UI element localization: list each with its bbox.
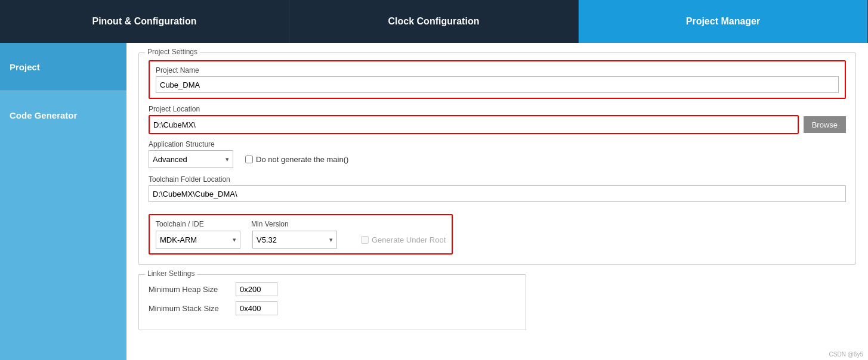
tab-clock[interactable]: Clock Configuration	[289, 0, 579, 43]
project-location-row: Project Location Browse	[149, 105, 846, 134]
app-struct-controls: Advanced Basic Do not generate the main(…	[149, 150, 846, 168]
min-heap-input[interactable]	[236, 282, 277, 296]
do-not-generate-checkbox[interactable]	[245, 156, 253, 163]
app-structure-label: Application Structure	[149, 140, 846, 148]
browse-button[interactable]: Browse	[804, 116, 846, 133]
generate-under-root-checkbox	[361, 236, 369, 244]
linker-settings-legend: Linker Settings	[145, 269, 197, 278]
tab-pinout[interactable]: Pinout & Configuration	[0, 0, 289, 43]
min-version-label: Min Version	[251, 220, 289, 228]
sidebar: Project Code Generator	[0, 43, 126, 360]
project-location-label: Project Location	[149, 105, 846, 113]
location-input-wrap	[149, 115, 799, 134]
location-row: Browse	[149, 115, 846, 134]
min-heap-row: Minimum Heap Size	[149, 282, 516, 296]
project-name-label: Project Name	[156, 66, 839, 75]
project-settings-legend: Project Settings	[145, 48, 200, 56]
min-stack-label: Minimum Stack Size	[149, 304, 226, 313]
app-structure-select-container: Advanced Basic	[149, 150, 233, 168]
generate-under-root-label: Generate Under Root	[361, 235, 446, 244]
app-structure-select[interactable]: Advanced Basic	[149, 151, 233, 167]
top-nav: Pinout & Configuration Clock Configurati…	[0, 0, 868, 43]
toolchain-folder-row: Toolchain Folder Location	[149, 175, 846, 202]
project-settings-group: Project Settings Project Name Project Lo…	[138, 52, 856, 265]
linker-settings-group: Linker Settings Minimum Heap Size Minimu…	[138, 274, 526, 330]
toolchain-ide-label: Toolchain / IDE	[156, 220, 251, 228]
toolchain-ide-inner: MDK-ARM EWARM STM32CubeIDE V5.32 V5.27 V…	[156, 231, 446, 249]
sidebar-item-project[interactable]: Project	[0, 43, 126, 91]
tab-project-manager[interactable]: Project Manager	[579, 0, 868, 43]
do-not-generate-label[interactable]: Do not generate the main()	[245, 155, 348, 164]
toolchain-folder-label: Toolchain Folder Location	[149, 175, 846, 184]
project-location-input[interactable]	[150, 116, 798, 133]
toolchain-ide-group: Toolchain / IDE Min Version MDK-ARM EWAR…	[149, 214, 453, 255]
min-version-select-container: V5.32 V5.27 V5.14	[252, 231, 337, 249]
project-name-group: Project Name	[149, 60, 846, 99]
min-version-select[interactable]: V5.32 V5.27 V5.14	[253, 231, 336, 248]
min-stack-input[interactable]	[236, 301, 277, 315]
watermark: CSDN @6y5	[829, 351, 863, 358]
sidebar-item-code-generator[interactable]: Code Generator	[0, 91, 126, 139]
content-area: Project Settings Project Name Project Lo…	[126, 43, 868, 360]
min-stack-row: Minimum Stack Size	[149, 301, 516, 315]
toolchain-labels-row: Toolchain / IDE Min Version	[156, 220, 446, 228]
toolchain-folder-input[interactable]	[149, 185, 846, 202]
toolchain-ide-select[interactable]: MDK-ARM EWARM STM32CubeIDE	[156, 231, 240, 248]
project-name-input[interactable]	[156, 76, 839, 93]
toolchain-ide-select-container: MDK-ARM EWARM STM32CubeIDE	[156, 231, 240, 249]
main-layout: Project Code Generator Project Settings …	[0, 43, 868, 360]
app-structure-row: Application Structure Advanced Basic Do …	[149, 140, 846, 168]
min-heap-label: Minimum Heap Size	[149, 285, 226, 294]
